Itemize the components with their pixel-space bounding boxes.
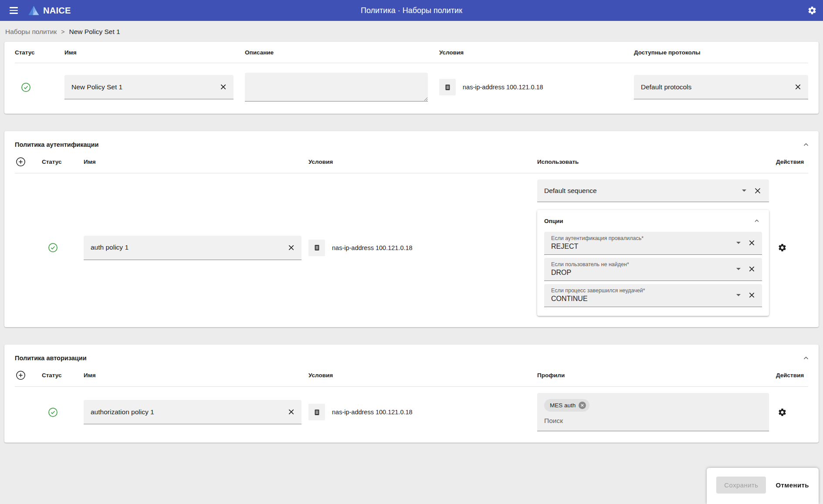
brand: NAICE	[28, 5, 71, 16]
policy-set-name-field[interactable]	[64, 75, 234, 99]
auth-use-column: Default sequence Опции Если аутентификац…	[537, 179, 769, 316]
condition-list-icon[interactable]	[308, 240, 325, 256]
col-actions: Действия	[776, 372, 808, 379]
breadcrumb-current: New Policy Set 1	[69, 28, 120, 36]
clear-sequence-icon[interactable]	[752, 185, 764, 197]
col-conditions: Условия	[308, 159, 530, 165]
page-title: Политика · Наборы политик	[361, 6, 462, 15]
breadcrumb-separator: >	[61, 28, 64, 35]
clear-option-icon[interactable]	[746, 237, 758, 249]
condition-list-icon[interactable]	[308, 404, 325, 420]
status-ok-icon	[15, 82, 53, 92]
chip-remove-icon[interactable]	[579, 402, 586, 409]
col-conditions: Условия	[439, 49, 623, 56]
authz-policy-condition: nas-ip-address 100.121.0.18	[308, 404, 530, 420]
logo-icon	[28, 5, 40, 16]
auth-section-header: Политика аутентификации	[4, 131, 819, 150]
col-actions: Действия	[776, 159, 808, 165]
auth-header-row: Статус Имя Условия Использовать Действия	[4, 150, 819, 173]
auth-policy-name-field[interactable]	[84, 236, 301, 260]
breadcrumb-parent-link[interactable]: Наборы политик	[5, 28, 57, 36]
option-label: Если пользователь не найден*	[551, 261, 629, 267]
policy-set-description-input[interactable]	[245, 73, 428, 101]
col-conditions: Условия	[308, 372, 530, 379]
col-status: Статус	[15, 49, 53, 56]
col-profiles: Профили	[537, 372, 769, 379]
clear-name-icon[interactable]	[285, 406, 297, 418]
app-bar: NAICE Политика · Наборы политик	[0, 0, 823, 21]
col-protocols: Доступные протоколы	[634, 49, 808, 56]
cancel-button[interactable]: Отменить	[776, 481, 809, 489]
option-user-not-found-select[interactable]: Если пользователь не найден* DROP	[544, 258, 762, 281]
authz-row-actions-icon[interactable]	[776, 406, 789, 419]
authz-policy-row: nas-ip-address 100.121.0.18 MES auth Пои…	[4, 387, 819, 443]
col-name: Имя	[64, 49, 234, 56]
sequence-value: Default sequence	[544, 187, 739, 195]
auth-section-title: Политика аутентификации	[15, 141, 98, 148]
footer-actions: Сохранить Отменить	[707, 468, 819, 504]
dropdown-caret-icon	[742, 189, 746, 192]
add-auth-policy-icon[interactable]	[15, 156, 35, 168]
dropdown-caret-icon	[736, 268, 741, 270]
col-status: Статус	[42, 159, 77, 165]
policy-set-card: Статус Имя Описание Условия Доступные пр…	[4, 42, 819, 114]
status-ok-icon	[42, 407, 77, 417]
condition-text: nas-ip-address 100.121.0.18	[332, 409, 413, 416]
auth-row-actions-icon[interactable]	[776, 241, 789, 254]
authentication-policy-card: Политика аутентификации Статус Имя Услов…	[4, 131, 819, 327]
collapse-options-icon[interactable]	[752, 216, 762, 226]
clear-protocols-icon[interactable]	[792, 81, 804, 93]
condition-text: nas-ip-address 100.121.0.18	[332, 244, 413, 251]
condition-text: nas-ip-address 100.121.0.18	[463, 84, 543, 91]
profile-chip-label: MES auth	[550, 402, 576, 409]
authz-header-row: Статус Имя Условия Профили Действия	[4, 364, 819, 386]
policy-set-name-input[interactable]	[71, 83, 217, 91]
settings-icon[interactable]	[807, 6, 817, 15]
profiles-field[interactable]: MES auth Поиск	[537, 393, 769, 431]
collapse-authz-icon[interactable]	[800, 352, 812, 364]
option-label: Если процесс завершился неудачей*	[551, 288, 645, 294]
auth-policy-name-input[interactable]	[91, 244, 285, 251]
sequence-select[interactable]: Default sequence	[537, 179, 769, 202]
authz-policy-name-input[interactable]	[91, 408, 285, 416]
clear-name-icon[interactable]	[217, 81, 229, 93]
clear-option-icon[interactable]	[746, 263, 758, 275]
menu-icon[interactable]	[6, 3, 21, 18]
option-value: CONTINUE	[551, 295, 645, 303]
col-status: Статус	[42, 372, 77, 379]
app-name: NAICE	[43, 6, 71, 16]
status-ok-icon	[42, 243, 77, 253]
options-card: Опции Если аутентификация провалилась* R…	[537, 210, 769, 316]
option-value: REJECT	[551, 243, 643, 250]
authz-section-header: Политика авторизации	[4, 345, 819, 364]
add-authz-policy-icon[interactable]	[15, 369, 35, 381]
dropdown-caret-icon	[736, 242, 741, 244]
policy-set-row: nas-ip-address 100.121.0.18 Default prot…	[4, 63, 819, 114]
authz-section-title: Политика авторизации	[15, 355, 87, 362]
option-value: DROP	[551, 269, 629, 277]
clear-name-icon[interactable]	[285, 242, 297, 254]
dropdown-caret-icon	[736, 294, 741, 296]
auth-policy-row: nas-ip-address 100.121.0.18 Default sequ…	[4, 173, 819, 327]
auth-policy-condition: nas-ip-address 100.121.0.18	[308, 240, 530, 256]
clear-option-icon[interactable]	[746, 289, 758, 301]
protocols-value: Default protocols	[641, 83, 792, 91]
profiles-search-placeholder[interactable]: Поиск	[544, 417, 762, 425]
authz-policy-name-field[interactable]	[84, 400, 301, 424]
options-title: Опции	[544, 218, 563, 224]
profile-chip: MES auth	[544, 399, 589, 412]
option-auth-failed-select[interactable]: Если аутентификация провалилась* REJECT	[544, 232, 762, 255]
collapse-auth-icon[interactable]	[800, 139, 812, 150]
col-description: Описание	[245, 49, 428, 56]
authorization-policy-card: Политика авторизации Статус Имя Условия …	[4, 345, 819, 443]
option-process-failed-select[interactable]: Если процесс завершился неудачей* CONTIN…	[544, 284, 762, 307]
policy-set-condition: nas-ip-address 100.121.0.18	[439, 79, 623, 95]
options-header: Опции	[544, 210, 762, 232]
save-button[interactable]: Сохранить	[716, 477, 766, 494]
protocols-field[interactable]: Default protocols	[634, 75, 808, 99]
condition-list-icon[interactable]	[439, 79, 456, 95]
policy-set-header-row: Статус Имя Описание Условия Доступные пр…	[4, 42, 819, 63]
col-name: Имя	[84, 159, 301, 165]
col-use: Использовать	[537, 159, 769, 165]
col-name: Имя	[84, 372, 301, 379]
